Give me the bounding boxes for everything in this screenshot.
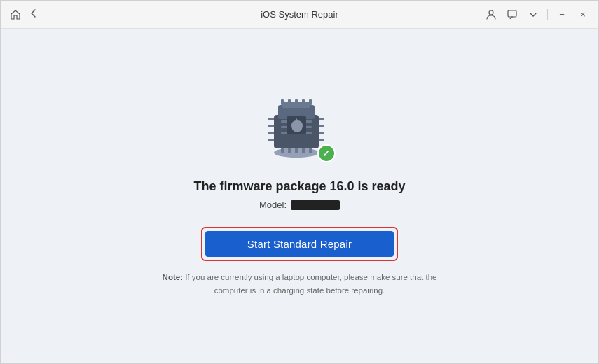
titlebar-divider <box>547 9 548 20</box>
model-value-redacted <box>291 200 340 210</box>
close-button[interactable]: × <box>576 8 590 22</box>
note-body: If you are currently using a laptop comp… <box>183 273 436 294</box>
window-title: iOS System Repair <box>261 9 338 20</box>
svg-rect-17 <box>295 99 298 105</box>
titlebar: iOS System Repair − <box>1 1 598 29</box>
start-button-highlight: Start Standard Repair <box>201 227 398 261</box>
check-badge-icon <box>317 144 336 162</box>
chip-icon-container <box>261 95 338 165</box>
firmware-title: The firmware package 16.0 is ready <box>193 179 405 194</box>
note-label: Note: <box>163 273 183 281</box>
home-icon[interactable] <box>9 8 22 21</box>
svg-rect-19 <box>309 99 312 105</box>
app-window: iOS System Repair − <box>0 0 599 364</box>
svg-rect-20 <box>268 118 274 120</box>
svg-rect-26 <box>319 132 324 134</box>
note-text: Note: If you are currently using a lapto… <box>153 271 447 297</box>
chat-icon[interactable] <box>505 8 519 22</box>
svg-rect-15 <box>281 99 284 105</box>
svg-rect-10 <box>281 148 284 153</box>
minimize-button[interactable]: − <box>555 8 569 22</box>
svg-rect-27 <box>319 139 324 141</box>
back-icon[interactable] <box>29 8 39 20</box>
user-icon[interactable] <box>484 8 498 22</box>
svg-rect-23 <box>268 139 274 141</box>
svg-rect-25 <box>319 125 324 127</box>
main-content: The firmware package 16.0 is ready Model… <box>1 29 598 363</box>
chevron-down-icon[interactable] <box>526 8 540 22</box>
svg-point-0 <box>489 10 493 15</box>
svg-rect-21 <box>268 125 274 127</box>
svg-rect-22 <box>268 132 274 134</box>
svg-rect-24 <box>319 118 324 120</box>
titlebar-right: − × <box>484 8 590 22</box>
svg-rect-14 <box>309 148 312 153</box>
svg-rect-1 <box>508 10 516 17</box>
titlebar-left <box>9 8 39 21</box>
svg-rect-13 <box>302 148 305 153</box>
model-label: Model: <box>259 200 287 210</box>
svg-rect-12 <box>295 148 298 153</box>
svg-rect-18 <box>302 99 305 105</box>
svg-rect-16 <box>288 99 291 105</box>
model-row: Model: <box>259 200 340 210</box>
start-standard-repair-button[interactable]: Start Standard Repair <box>205 231 394 257</box>
svg-rect-11 <box>288 148 291 153</box>
